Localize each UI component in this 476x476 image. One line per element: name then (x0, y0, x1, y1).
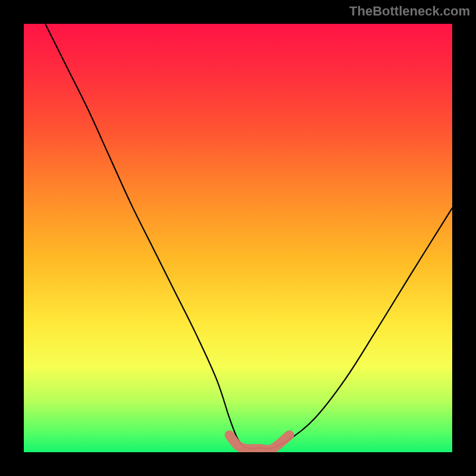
series-container (45, 24, 452, 450)
plot-area (24, 24, 452, 452)
chart-frame: TheBottleneck.com (0, 0, 476, 476)
watermark-text: TheBottleneck.com (349, 4, 470, 19)
chart-svg (24, 24, 452, 452)
highlight-band (230, 435, 290, 450)
bottleneck-curve (45, 24, 452, 449)
